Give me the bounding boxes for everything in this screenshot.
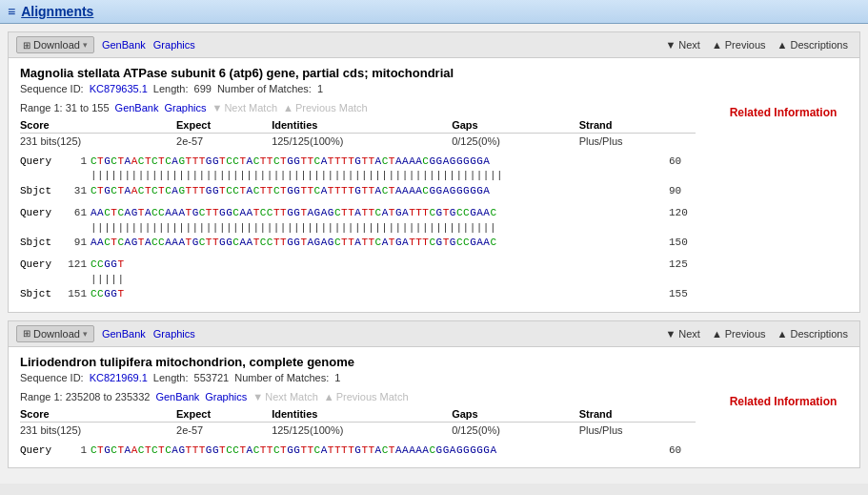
query-row-1a: Query 1 CTGCTAACTCTCAGTTTGGTCCTACTTCTGGT… <box>20 155 696 169</box>
block-body-1: Range 1: 31 to 155 GenBank Graphics ▼ Ne… <box>9 98 859 312</box>
next-match-arrow: ▼ <box>212 102 222 113</box>
next-match-button-2[interactable]: ▼ Next Match <box>252 391 318 402</box>
graphics-link-2[interactable]: Graphics <box>153 328 195 340</box>
query-bases-1c: CCGGT <box>91 258 661 272</box>
range-header-2: Range 1: 235208 to 235332 GenBank Graphi… <box>20 391 696 402</box>
score-table-2: Score Expect Identities Gaps Strand 231 … <box>20 406 696 438</box>
previous-label-2: Previous <box>725 328 766 340</box>
match-line-1a: ||||||||||||||||||||||||||||||||||||||||… <box>91 169 696 183</box>
prev-match-button-1[interactable]: ▲ Previous Match <box>283 102 368 113</box>
sbjct-start-1c: 151 <box>60 287 87 301</box>
next-button-2[interactable]: ▼ Next <box>661 326 704 341</box>
download-label-2: Download <box>33 328 80 340</box>
genbank-link-2[interactable]: GenBank <box>102 328 146 340</box>
block-body-2: Range 1: 235208 to 235332 GenBank Graphi… <box>9 387 859 467</box>
match-line-1b: ||||||||||||||||||||||||||||||||||||||||… <box>91 221 696 236</box>
query-start-2a: 1 <box>60 443 87 458</box>
related-info-2: Related Information <box>707 387 859 467</box>
prev-match-button-2[interactable]: ▲ Previous Match <box>324 391 409 402</box>
query-start-1b: 61 <box>60 206 87 220</box>
toolbar-2: ⊞ Download ▾ GenBank Graphics ▼ Next ▲ P… <box>9 321 859 347</box>
sbjct-row-1b: Sbjct 91 AACTCAGTACCAAATGCTTGGCAATCCTTGG… <box>20 236 696 250</box>
seq-id-label-1: Sequence ID: <box>20 83 84 94</box>
length-value-2: 553721 <box>194 372 230 383</box>
sbjct-label-1c: Sbjct <box>20 287 56 301</box>
download-button-1[interactable]: ⊞ Download ▾ <box>16 36 94 53</box>
num-matches-value-2: 1 <box>334 372 340 383</box>
prev-arrow-icon: ▲ <box>712 39 722 51</box>
seq-meta-1: Sequence ID: KC879635.1 Length: 699 Numb… <box>20 83 848 94</box>
identities-header-2: Identities <box>272 406 452 423</box>
sbjct-end-1c: 155 <box>665 287 696 301</box>
sbjct-bases-1a: CTGCTAACTCTCAGTTTGGTCCTACTTCTGGTTCATTTTG… <box>91 184 661 198</box>
prev-match-label-2: Previous Match <box>336 391 409 402</box>
sbjct-end-1b: 150 <box>665 236 696 250</box>
genbank-range-link-2[interactable]: GenBank <box>155 391 199 402</box>
length-label-2: Length: <box>153 372 189 383</box>
download-icon-2: ⊞ <box>23 328 30 339</box>
toolbar-right-2: ▼ Next ▲ Previous ▲ Descriptions <box>661 326 852 341</box>
query-end-1a: 60 <box>665 155 696 169</box>
graphics-range-link-1[interactable]: Graphics <box>164 102 206 113</box>
gaps-header-2: Gaps <box>452 406 578 423</box>
toolbar-left-1: ⊞ Download ▾ GenBank Graphics <box>16 36 661 53</box>
prev-match-label-1: Previous Match <box>295 102 368 113</box>
download-button-2[interactable]: ⊞ Download ▾ <box>16 325 94 342</box>
identities-value-2: 125/125(100%) <box>272 422 452 438</box>
query-end-1b: 120 <box>665 206 696 220</box>
graphics-range-link-2[interactable]: Graphics <box>205 391 247 402</box>
query-label: Query <box>20 155 56 169</box>
toolbar-right-1: ▼ Next ▲ Previous ▲ Descriptions <box>661 37 852 52</box>
range-header-1: Range 1: 31 to 155 GenBank Graphics ▼ Ne… <box>20 102 696 113</box>
seq-id-link-1[interactable]: KC879635.1 <box>90 83 148 94</box>
toolbar-1: ⊞ Download ▾ GenBank Graphics ▼ Next ▲ P… <box>9 32 859 58</box>
query-bases-1b: AACTCAGTACCAAATGCTTGGCAATCCTTGGTAGAGCTTA… <box>91 206 661 220</box>
next-arrow-icon: ▼ <box>665 39 676 51</box>
next-label-2: Next <box>678 328 700 340</box>
query-end-2a: 60 <box>665 443 696 458</box>
identities-value-1: 125/125(100%) <box>272 134 452 150</box>
prev-match-arrow-2: ▲ <box>324 391 334 402</box>
descriptions-button-1[interactable]: ▲ Descriptions <box>774 37 852 52</box>
expect-header: Expect <box>176 117 272 134</box>
sbjct-label-1a: Sbjct <box>20 184 56 198</box>
num-matches-value-1: 1 <box>317 83 323 94</box>
length-label-1: Length: <box>153 83 189 94</box>
page-title[interactable]: Alignments <box>21 4 93 19</box>
alignments-icon: ≡ <box>8 4 15 19</box>
related-info-label-2: Related Information <box>730 395 838 408</box>
score-header-2: Score <box>20 406 176 423</box>
strand-header: Strand <box>579 117 696 134</box>
genbank-range-link-1[interactable]: GenBank <box>115 102 159 113</box>
gaps-value-1: 0/125(0%) <box>452 134 578 150</box>
seq-id-link-2[interactable]: KC821969.1 <box>90 372 148 383</box>
previous-label-1: Previous <box>725 39 766 51</box>
alignment-seq-1: Query 1 CTGCTAACTCTCAGTTTGGTCCTACTTCTGGT… <box>20 155 696 302</box>
next-arrow-icon-2: ▼ <box>665 328 676 340</box>
graphics-link-1[interactable]: Graphics <box>153 39 195 51</box>
prev-arrow-icon-2: ▲ <box>712 328 722 340</box>
query-start-1c: 121 <box>60 258 87 272</box>
seq-id-label-2: Sequence ID: <box>20 372 84 383</box>
next-button-1[interactable]: ▼ Next <box>661 37 704 52</box>
genbank-link-1[interactable]: GenBank <box>102 39 146 51</box>
next-match-arrow-2: ▼ <box>252 391 263 402</box>
sbjct-label-1b: Sbjct <box>20 236 56 250</box>
seq-title-1: Magnolia stellata ATPase subunit 6 (atp6… <box>20 66 848 80</box>
sbjct-start-1a: 31 <box>60 184 87 198</box>
previous-button-2[interactable]: ▲ Previous <box>708 326 770 341</box>
seq-meta-2: Sequence ID: KC821969.1 Length: 553721 N… <box>20 372 848 383</box>
gaps-value-2: 0/125(0%) <box>452 422 578 438</box>
alignment-block-2: ⊞ Download ▾ GenBank Graphics ▼ Next ▲ P… <box>8 320 860 468</box>
query-row-1c: Query 121 CCGGT 125 <box>20 258 696 272</box>
related-info-1: Related Information <box>707 98 859 312</box>
score-value-2: 231 bits(125) <box>20 422 176 438</box>
next-match-button-1[interactable]: ▼ Next Match <box>212 102 277 113</box>
range-label-2: Range 1: 235208 to 235332 <box>20 391 150 402</box>
descriptions-button-2[interactable]: ▲ Descriptions <box>774 326 852 341</box>
related-info-label-1: Related Information <box>730 106 838 119</box>
expect-value-1: 2e-57 <box>176 134 272 150</box>
query-bases-2a: CTGCTAACTCTCAGTTTGGTCCTACTTCTGGTTCATTTTG… <box>91 443 661 458</box>
alignment-block-1: ⊞ Download ▾ GenBank Graphics ▼ Next ▲ P… <box>8 31 860 313</box>
previous-button-1[interactable]: ▲ Previous <box>708 37 770 52</box>
